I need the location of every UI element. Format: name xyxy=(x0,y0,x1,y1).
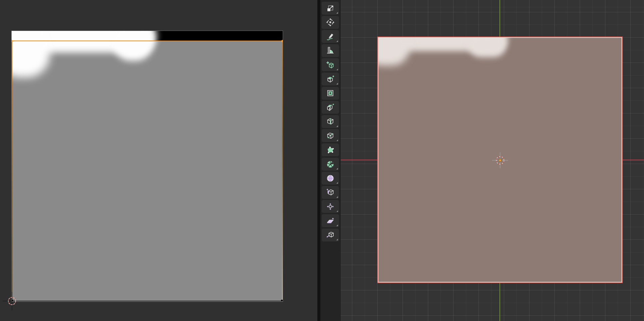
viewport-3d[interactable] xyxy=(320,0,644,321)
tool-group-corner xyxy=(336,40,338,42)
uv-vertex[interactable] xyxy=(281,300,283,302)
measure-tool-icon xyxy=(326,46,335,55)
loop-cut-tool-icon xyxy=(326,117,335,126)
tool-group-corner xyxy=(336,83,338,84)
uv-2d-cursor[interactable] xyxy=(3,292,21,310)
shear-tool-button[interactable] xyxy=(322,214,339,227)
shrink-fatten-tool-icon xyxy=(326,202,335,211)
measure-tool-button[interactable] xyxy=(322,44,339,57)
tool-group-corner xyxy=(336,168,338,170)
shear-tool-icon xyxy=(326,217,335,225)
tool-group-corner xyxy=(336,182,338,184)
rip-region-tool-button[interactable] xyxy=(322,229,339,241)
inset-faces-tool-icon xyxy=(326,89,335,97)
painted-white-stroke xyxy=(377,37,410,66)
annotate-tool-icon xyxy=(326,32,335,41)
extrude-region-tool-icon xyxy=(326,75,335,83)
tool-group-corner xyxy=(336,210,338,212)
tool-group-corner xyxy=(336,196,338,198)
loop-cut-tool-button[interactable] xyxy=(322,115,339,128)
add-cube-tool-button[interactable] xyxy=(322,58,339,71)
uv-image-editor[interactable] xyxy=(0,0,317,321)
uv-vertex-selected[interactable] xyxy=(281,40,283,42)
tool-group-corner xyxy=(336,139,338,141)
tool-group-corner xyxy=(336,239,338,241)
knife-tool-button[interactable] xyxy=(322,129,339,142)
spin-tool-button[interactable] xyxy=(322,158,339,171)
painted-white-stroke xyxy=(469,37,506,57)
add-cube-tool-icon xyxy=(326,61,335,69)
poly-build-tool-button[interactable] xyxy=(322,143,339,156)
extrude-region-tool-button[interactable] xyxy=(322,73,339,85)
scale-tool-button[interactable] xyxy=(322,2,339,15)
tool-group-corner xyxy=(336,225,338,226)
knife-tool-icon xyxy=(326,131,335,140)
inset-faces-tool-button[interactable] xyxy=(322,87,339,100)
uv-edge-left[interactable] xyxy=(12,41,12,301)
scale-tool-icon xyxy=(326,4,335,13)
bevel-tool-button[interactable] xyxy=(322,101,339,114)
uv-edge-right[interactable] xyxy=(282,41,283,301)
poly-build-tool-icon xyxy=(326,146,335,154)
app-window xyxy=(0,0,644,321)
smooth-tool-button[interactable] xyxy=(322,172,339,185)
shrink-fatten-tool-button[interactable] xyxy=(322,200,339,213)
transform-tool-icon xyxy=(326,18,335,27)
edge-slide-tool-icon xyxy=(326,188,335,197)
painted-white-stroke xyxy=(11,31,50,78)
tool-group-corner xyxy=(336,69,338,70)
bevel-tool-icon xyxy=(326,103,335,112)
toolbar xyxy=(320,0,341,321)
tool-group-corner xyxy=(336,12,338,14)
texture-image xyxy=(11,31,283,302)
3d-cursor[interactable] xyxy=(491,152,509,169)
smooth-tool-icon xyxy=(326,174,335,183)
painted-white-stroke xyxy=(113,31,153,61)
tool-group-corner xyxy=(336,125,338,127)
rip-region-tool-icon xyxy=(326,231,335,239)
edge-slide-tool-button[interactable] xyxy=(322,186,339,199)
uv-edge-top-selected[interactable] xyxy=(12,41,283,41)
spin-tool-icon xyxy=(326,160,335,168)
transform-tool-button[interactable] xyxy=(322,16,339,29)
annotate-tool-button[interactable] xyxy=(322,30,339,43)
uv-edge-bottom[interactable] xyxy=(12,301,283,301)
